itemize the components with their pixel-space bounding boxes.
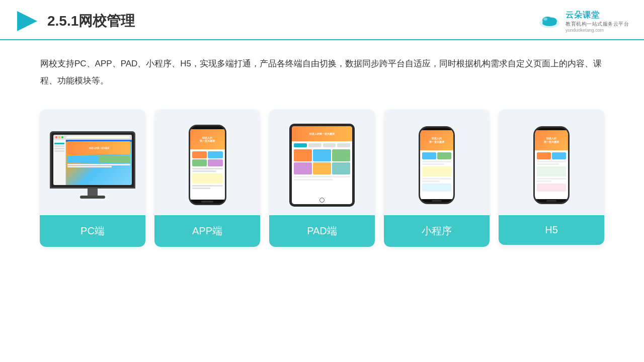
logo-url: yunduoketang.com (566, 28, 604, 33)
card-app-label: APP端 (154, 215, 260, 247)
card-h5: 职进人的第一堂兴趣课 (499, 110, 604, 247)
svg-point-5 (542, 20, 556, 26)
app-phone-mockup: 职进人的第一堂兴趣课 (189, 125, 226, 205)
play-icon (15, 9, 39, 33)
page-title: 2.5.1网校管理 (47, 12, 135, 31)
card-pc: 职进人的第一堂兴趣课 (40, 110, 145, 247)
card-pc-label: PC端 (40, 215, 145, 247)
pad-tablet-mockup: 职进人的第一堂兴趣课 (289, 124, 355, 207)
card-pad: 职进人的第一堂兴趣课 (269, 110, 375, 247)
card-pad-label: PAD端 (269, 215, 375, 247)
header: 2.5.1网校管理 云朵课堂 教育机构一站式服务云平台 yunduoketang… (0, 0, 644, 40)
logo-subtitle: 教育机构一站式服务云平台 (566, 21, 629, 28)
header-logo: 云朵课堂 教育机构一站式服务云平台 yunduoketang.com (537, 10, 629, 33)
svg-marker-0 (17, 11, 37, 31)
logo-text-block: 云朵课堂 教育机构一站式服务云平台 yunduoketang.com (566, 10, 629, 33)
card-miniprogram: 职进人的第一堂兴趣课 (384, 110, 490, 247)
card-miniprogram-label: 小程序 (384, 215, 490, 247)
card-pc-image: 职进人的第一堂兴趣课 (40, 110, 145, 215)
card-miniprogram-image: 职进人的第一堂兴趣课 (384, 110, 490, 215)
logo-name: 云朵课堂 (566, 10, 600, 21)
cards-container: 职进人的第一堂兴趣课 (0, 95, 644, 262)
h5-phone-mockup: 职进人的第一堂兴趣课 (533, 126, 570, 204)
card-pad-image: 职进人的第一堂兴趣课 (269, 110, 375, 215)
card-app: 职进人的第一堂兴趣课 (154, 110, 260, 247)
card-app-image: 职进人的第一堂兴趣课 (154, 110, 260, 215)
card-h5-label: H5 (499, 215, 604, 245)
cloud-logo-icon (537, 12, 561, 30)
miniprogram-phone-mockup: 职进人的第一堂兴趣课 (419, 126, 455, 204)
pc-monitor-mockup: 职进人的第一堂兴趣课 (50, 131, 135, 199)
card-h5-image: 职进人的第一堂兴趣课 (499, 110, 604, 215)
svg-point-6 (543, 18, 547, 21)
description-text: 网校支持PC、APP、PAD、小程序、H5，实现多端打通，产品各终端自由切换，数… (0, 40, 644, 95)
header-left: 2.5.1网校管理 (15, 9, 135, 33)
